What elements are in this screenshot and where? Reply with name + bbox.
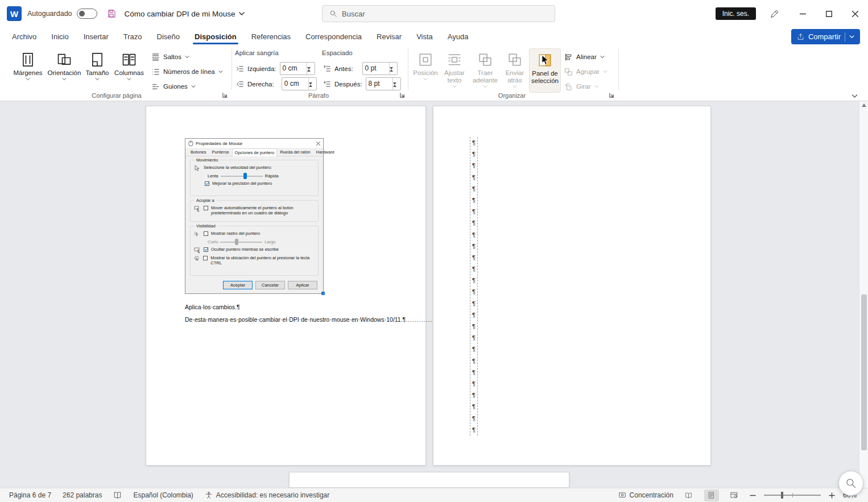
zoom-slider-thumb[interactable] [781,492,783,499]
menu-tab-insertar[interactable]: Insertar [76,27,116,45]
snap-groupbox: Acoplar a Mover automáticamente el punte… [190,200,319,222]
zoom-slider[interactable] [764,495,821,496]
print-layout-button[interactable] [704,489,719,501]
spinner-down[interactable] [390,69,397,75]
word-count[interactable]: 262 palabras [63,491,102,499]
dialog-launcher-icon[interactable] [607,91,615,99]
maximize-button[interactable] [816,0,842,27]
minimize-button[interactable] [790,0,816,27]
save-icon[interactable] [106,9,117,19]
trail-length-slider: Corto Largo [208,239,315,244]
page-indicator[interactable]: Página 6 de 7 [9,491,51,499]
dialog-launcher-icon[interactable] [398,91,406,99]
pointer-speed-icon [194,165,201,172]
slider-thumb [243,173,247,179]
autosave-toggle[interactable] [77,9,97,19]
ribbon: Márgenes Orientación Tamaño Columnas Sal… [0,45,868,101]
search-input[interactable]: Buscar [322,5,555,22]
visibility-groupbox: Visibilidad Mostrar rastro del puntero C… [190,226,319,276]
chevron-down-icon[interactable] [849,35,854,39]
rotate-button[interactable]: Girar [562,80,601,93]
columns-icon [121,50,137,69]
indent-left-input[interactable]: 0 cm [280,62,315,75]
web-layout-button[interactable] [727,489,742,501]
spacing-before-input[interactable]: 0 pt [362,62,398,75]
wrap-text-button[interactable]: Ajustar texto [440,48,469,93]
document-title[interactable]: Cómo cambiar DPI de mi Mouse [125,10,245,18]
pilcrow-mark: ¶ [470,275,477,286]
menu-tab-correspondencia[interactable]: Correspondencia [298,27,369,45]
dialog-tab: Hardware [313,148,338,156]
pilcrow-mark: ¶ [470,183,477,194]
dialog-tab: Rueda del ratón [277,148,313,156]
close-button[interactable] [842,0,868,27]
pilcrow-mark: ¶ [470,389,477,401]
document-canvas[interactable]: Propiedades de Mouse BotonesPunterosOpci… [0,101,868,488]
spinner-down[interactable] [309,85,316,90]
pilcrow-mark: ¶ [470,321,477,332]
menu-tab-ayuda[interactable]: Ayuda [440,27,476,45]
line-numbers-button[interactable]: Números de línea [149,65,225,78]
scrollbar-thumb[interactable] [861,294,867,450]
menu-tab-revisar[interactable]: Revisar [369,27,409,45]
share-button[interactable]: Compartir [791,29,860,44]
document-page-1[interactable]: Propiedades de Mouse BotonesPunterosOpci… [146,106,426,466]
menu-tab-trazo[interactable]: Trazo [116,27,150,45]
orientation-icon [56,50,72,69]
margins-icon [20,50,36,69]
bring-forward-button[interactable]: Traer adelante [471,48,499,93]
menu-tab-referencias[interactable]: Referencias [244,27,298,45]
word-app-icon[interactable]: W [7,6,22,21]
group-divider [408,49,408,90]
read-mode-button[interactable] [681,489,696,501]
dialog-body: Movimiento Seleccione la velocidad del p… [185,156,323,292]
toggle-knob [79,11,85,16]
paragraph-text[interactable]: Aplica·los·cambios.¶ [185,304,240,310]
document-page-2[interactable]: ¶¶¶¶¶¶¶¶¶¶¶¶¶¶¶¶¶¶¶¶¶¶¶¶¶¶ [433,106,711,466]
spinner-down[interactable] [393,85,400,90]
margins-button[interactable]: Márgenes [11,48,44,93]
pen-mode-icon[interactable] [770,9,779,19]
zoom-out-button[interactable] [750,492,756,499]
snap-checkbox [204,206,208,210]
titlebar-right: Inic. ses. [716,0,868,27]
spinner-down[interactable] [307,69,315,75]
accessibility-status[interactable]: Accesibilidad: es necesario investigar [205,491,329,499]
collapse-ribbon-chevron[interactable] [852,94,858,98]
pilcrow-mark: ¶ [470,367,477,378]
signin-button[interactable]: Inic. ses. [716,7,756,20]
group-label-arrange: Organizar [410,92,614,99]
menu-tab-inicio[interactable]: Inicio [44,27,76,45]
hyphenation-button[interactable]: Guiones [149,80,198,93]
columns-button[interactable]: Columnas [113,48,146,93]
autosave-control: Autoguardado [27,9,97,19]
position-button[interactable]: Posición [412,48,439,93]
focus-mode-button[interactable]: Concentración [618,491,673,499]
scroll-up-arrow-icon[interactable] [862,103,866,107]
spacing-before-icon [323,65,331,73]
send-backward-button[interactable]: Enviar atrás [502,48,528,93]
floating-search-button[interactable] [838,471,863,496]
dialog-title-bar: Propiedades de Mouse [185,139,323,148]
document-page-3[interactable] [289,472,569,488]
vertical-scrollbar[interactable] [859,101,868,488]
image-resize-handle[interactable] [321,292,325,295]
menu-tab-disposición[interactable]: Disposición [187,27,244,45]
indent-right-input[interactable]: 0 cm [282,77,317,90]
breaks-button[interactable]: Saltos [149,50,192,64]
pilcrow-mark: ¶ [470,424,477,435]
menu-tab-diseño[interactable]: Diseño [150,27,187,45]
hide-pointer-icon [194,247,201,254]
zoom-in-button[interactable] [829,492,835,499]
language-indicator[interactable]: Español (Colombia) [133,491,193,499]
group-button[interactable]: Agrupar [562,65,610,78]
statusbar-right: Concentración 60% [618,489,868,501]
size-button[interactable]: Tamaño [81,48,114,93]
menu-tab-archivo[interactable]: Archivo [5,27,44,45]
orientation-button[interactable]: Orientación [48,48,81,93]
proofing-icon[interactable] [113,491,122,499]
spacing-after-input[interactable]: 8 pt [366,77,401,90]
menu-tab-vista[interactable]: Vista [409,27,440,45]
align-button[interactable]: Alinear [562,50,607,64]
dialog-launcher-icon[interactable] [221,91,229,99]
